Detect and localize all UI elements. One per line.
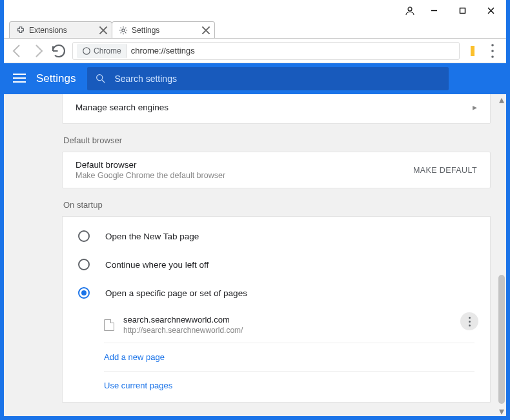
account-icon[interactable] <box>404 5 416 19</box>
close-icon[interactable] <box>201 26 210 35</box>
chevron-right-icon: ▸ <box>473 102 477 112</box>
extension-indicator[interactable] <box>464 46 482 56</box>
svg-rect-1 <box>460 8 465 13</box>
startup-option-newtab[interactable]: Open the New Tab page <box>63 222 490 250</box>
tab-strip: Extensions Settings <box>4 21 506 39</box>
svg-point-3 <box>83 47 90 54</box>
svg-point-6 <box>491 55 494 58</box>
svg-point-7 <box>97 75 103 81</box>
radio-icon <box>78 230 90 242</box>
default-browser-title: Default browser <box>76 160 225 170</box>
radio-label: Open the New Tab page <box>105 232 199 241</box>
tab-settings[interactable]: Settings <box>112 21 215 38</box>
site-chip: Chrome <box>77 44 127 58</box>
manage-search-engines-row[interactable]: Manage search engines ▸ <box>63 94 490 123</box>
startup-option-specific[interactable]: Open a specific page or set of pages <box>63 279 490 307</box>
omnibox-chip-label: Chrome <box>94 46 121 55</box>
settings-search-input[interactable]: Search settings <box>87 67 449 90</box>
maximize-button[interactable] <box>448 1 476 20</box>
startup-option-continue[interactable]: Continue where you left off <box>63 250 490 279</box>
forward-button[interactable] <box>28 41 48 61</box>
svg-point-4 <box>491 44 494 46</box>
back-button[interactable] <box>8 41 27 61</box>
tab-extensions[interactable]: Extensions <box>9 21 112 38</box>
default-browser-row: Default browser Make Google Chrome the d… <box>63 152 490 188</box>
section-heading-default: Default browser <box>63 135 489 145</box>
reload-button[interactable] <box>49 41 68 61</box>
startup-page-item: search.searchnewworld.com http://search.… <box>104 307 474 343</box>
use-current-pages-link[interactable]: Use current pages <box>104 372 474 399</box>
svg-point-2 <box>122 28 125 31</box>
minimize-button[interactable] <box>420 1 448 20</box>
radio-label: Continue where you left off <box>105 260 209 270</box>
radio-label: Open a specific page or set of pages <box>105 288 247 298</box>
make-default-button[interactable]: MAKE DEFAULT <box>413 166 477 175</box>
puzzle-icon <box>16 26 25 35</box>
tab-label: Settings <box>132 26 159 35</box>
search-icon <box>95 73 107 85</box>
close-window-button[interactable] <box>476 1 505 20</box>
settings-header: Settings Search settings <box>4 63 506 94</box>
default-browser-sub: Make Google Chrome the default browser <box>76 171 225 180</box>
svg-point-0 <box>408 7 412 11</box>
chrome-menu-button[interactable] <box>483 41 502 61</box>
address-bar[interactable]: Chrome chrome://settings <box>72 42 460 60</box>
add-new-page-link[interactable]: Add a new page <box>104 343 474 372</box>
radio-icon <box>78 287 90 299</box>
vertical-scrollbar[interactable]: ▴ ▾ <box>497 94 506 416</box>
window-titlebar <box>4 0 506 21</box>
section-heading-startup: On startup <box>63 200 489 210</box>
more-actions-button[interactable] <box>460 312 478 330</box>
search-placeholder: Search settings <box>114 74 177 84</box>
hamburger-menu-icon[interactable] <box>12 71 27 86</box>
settings-content: Manage search engines ▸ Default browser … <box>4 94 506 416</box>
settings-title: Settings <box>36 72 76 85</box>
radio-icon <box>78 259 90 270</box>
scroll-up-icon[interactable]: ▴ <box>497 94 506 105</box>
close-icon[interactable] <box>99 26 108 35</box>
page-icon <box>104 319 114 331</box>
omnibox-url: chrome://settings <box>131 46 455 55</box>
startup-page-title: search.searchnewworld.com <box>123 315 243 325</box>
browser-toolbar: Chrome chrome://settings <box>4 39 506 63</box>
scroll-down-icon[interactable]: ▾ <box>497 406 506 416</box>
svg-point-5 <box>491 50 494 52</box>
gear-icon <box>119 26 128 35</box>
startup-page-url: http://search.searchnewworld.com/ <box>123 326 243 335</box>
scrollbar-thumb[interactable] <box>498 275 505 404</box>
tab-label: Extensions <box>29 26 67 35</box>
row-label: Manage search engines <box>76 103 168 112</box>
